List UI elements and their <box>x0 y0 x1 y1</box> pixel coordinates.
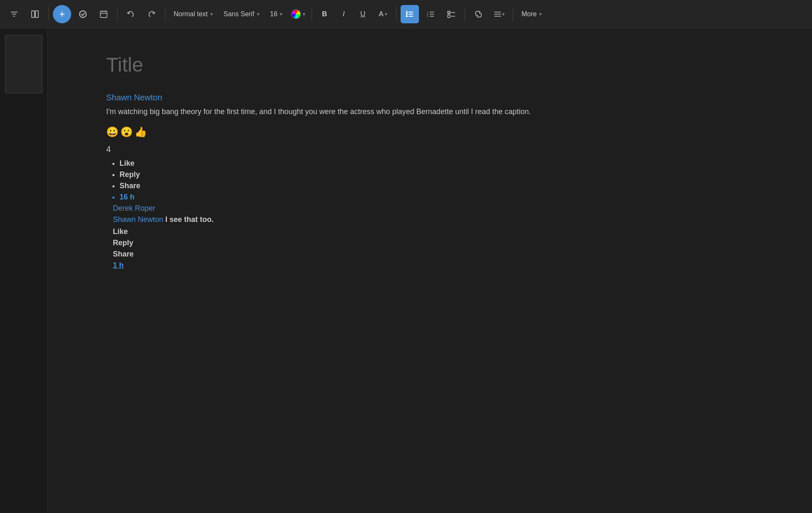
font-chevron: ▾ <box>257 11 259 17</box>
svg-rect-6 <box>100 11 107 17</box>
text-style-dropdown[interactable]: Normal text ▾ <box>169 8 217 20</box>
divider-4 <box>311 7 312 21</box>
svg-rect-4 <box>35 11 38 17</box>
time-action[interactable]: 16 h <box>120 193 754 202</box>
filter-icon-btn[interactable] <box>5 5 23 23</box>
color-circle <box>291 9 301 19</box>
bold-button[interactable]: B <box>316 6 333 22</box>
check-button[interactable] <box>74 5 92 23</box>
editor-area[interactable]: Title Shawn Newton I'm watching big bang… <box>48 28 812 513</box>
size-chevron: ▾ <box>280 11 282 17</box>
highlight-button[interactable]: A ▾ <box>374 5 392 23</box>
divider-2 <box>117 7 117 21</box>
svg-rect-23 <box>448 15 450 17</box>
divider-6 <box>465 7 465 21</box>
divider-1 <box>48 7 49 21</box>
reply-actions: Like Reply Share 1 h <box>113 227 754 270</box>
more-button[interactable]: More ▾ <box>517 8 545 20</box>
toolbar: + Normal text ▾ Sans S <box>0 0 812 28</box>
left-sidebar <box>0 28 48 513</box>
divider-3 <box>165 7 165 21</box>
link-button[interactable] <box>469 5 488 23</box>
main-layout: Title Shawn Newton I'm watching big bang… <box>0 28 812 513</box>
svg-point-10 <box>406 11 408 13</box>
svg-point-14 <box>406 15 408 17</box>
reaction-count: 4 <box>106 144 754 154</box>
like-action[interactable]: Like <box>120 159 754 168</box>
add-button[interactable]: + <box>53 5 71 23</box>
reply-reply[interactable]: Reply <box>113 239 754 247</box>
redo-button[interactable] <box>142 5 161 23</box>
checklist-button[interactable] <box>442 5 461 23</box>
reply-share[interactable]: Share <box>113 250 754 259</box>
color-picker-button[interactable]: ▾ <box>289 5 307 23</box>
reactions: 😀😮👍 <box>106 126 754 138</box>
more-chevron: ▾ <box>539 11 542 17</box>
reply-comment: Derek Roper Shawn Newton I see that too.… <box>113 204 754 270</box>
ordered-list-button[interactable]: 1. 2. 3. <box>421 5 440 23</box>
time-link[interactable]: 16 h <box>120 193 135 201</box>
svg-rect-3 <box>32 11 35 17</box>
bullet-list-button[interactable] <box>401 5 419 23</box>
text-style-chevron: ▾ <box>210 11 213 17</box>
share-action[interactable]: Share <box>120 182 754 190</box>
divider-5 <box>396 7 396 21</box>
undo-button[interactable] <box>122 5 140 23</box>
reply-time[interactable]: 1 h <box>113 261 754 270</box>
svg-text:3.: 3. <box>427 15 429 17</box>
calendar-button[interactable] <box>95 5 113 23</box>
panel-icon-btn[interactable] <box>26 5 44 23</box>
svg-point-12 <box>406 13 408 15</box>
post-content: I'm watching big bang theory for the fir… <box>106 106 564 118</box>
reply-action[interactable]: Reply <box>120 170 754 179</box>
font-family-dropdown[interactable]: Sans Serif ▾ <box>219 8 264 20</box>
sidebar-panel <box>5 35 42 93</box>
reply-block: Derek Roper Shawn Newton I see that too.… <box>113 204 754 270</box>
post-author-link[interactable]: Shawn Newton <box>106 93 754 102</box>
document-title: Title <box>106 53 754 76</box>
font-size-dropdown[interactable]: 16 ▾ <box>266 8 287 20</box>
reply-mention[interactable]: Shawn Newton <box>113 215 163 224</box>
post-actions-list: Like Reply Share 16 h Derek Roper Shawn … <box>106 159 754 270</box>
italic-button[interactable]: I <box>335 6 352 22</box>
underline-button[interactable]: U <box>354 6 371 22</box>
reply-author[interactable]: Derek Roper <box>113 204 155 212</box>
reply-like[interactable]: Like <box>113 227 754 236</box>
reply-content: I see that too. <box>163 215 214 224</box>
divider-7 <box>513 7 513 21</box>
align-button[interactable]: ▾ <box>490 5 508 23</box>
